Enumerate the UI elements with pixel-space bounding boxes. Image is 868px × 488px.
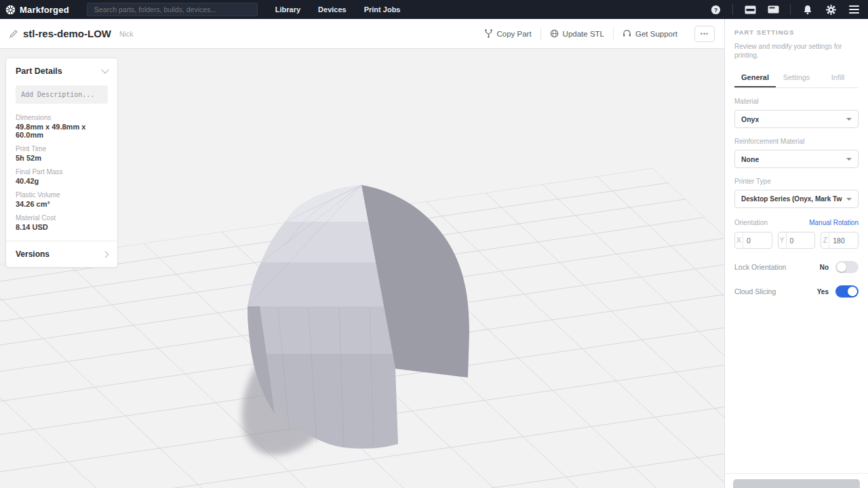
caret-down-icon <box>846 118 852 121</box>
nav-links: Library Devices Print Jobs <box>275 5 401 14</box>
cloud-slicing-row: Cloud Slicing Yes <box>734 285 859 298</box>
axis-z-value[interactable] <box>829 237 858 245</box>
tab-infill[interactable]: Infill <box>817 68 859 87</box>
search-input[interactable] <box>87 5 257 14</box>
get-support-label: Get Support <box>635 30 677 38</box>
reinforcement-dropdown[interactable]: None <box>734 150 859 168</box>
globe-icon <box>550 29 559 38</box>
versions-row[interactable]: Versions <box>6 241 117 267</box>
help-icon[interactable]: ? <box>709 3 722 16</box>
headset-icon <box>623 29 631 38</box>
cloud-slicing-state: Yes <box>817 288 829 296</box>
markforged-logo-icon <box>5 5 16 15</box>
caret-down-icon <box>846 198 852 201</box>
divider <box>732 4 733 15</box>
material-dropdown[interactable]: Onyx <box>734 110 859 128</box>
part-model <box>218 185 469 476</box>
edit-pencil-icon[interactable] <box>9 30 18 38</box>
printers-icon[interactable] <box>744 3 756 16</box>
bell-icon[interactable] <box>802 3 814 16</box>
detail-final-part-mass: Final Part Mass 40.42g <box>6 165 117 188</box>
detail-print-time: Print Time 5h 52m <box>6 142 117 165</box>
update-stl-button[interactable]: Update STL <box>541 29 613 38</box>
part-settings-panel: PART SETTINGS Review and modify your set… <box>724 19 868 488</box>
lock-orientation-label: Lock Orientation <box>734 263 820 271</box>
more-options-button[interactable]: ••• <box>694 26 715 42</box>
copy-part-label: Copy Part <box>496 30 531 38</box>
nav-link-print-jobs[interactable]: Print Jobs <box>364 5 401 14</box>
part-titlebar: stl-res-demo-LOW Nick Copy Part Update S… <box>0 19 724 49</box>
part-details-header[interactable]: Part Details <box>6 58 117 83</box>
axis-x-value[interactable] <box>743 237 772 245</box>
detail-dimensions: Dimensions 49.8mm x 49.8mm x 60.0mm <box>6 110 117 142</box>
axis-z-input[interactable]: Z <box>821 232 859 249</box>
divider <box>790 4 791 15</box>
cloud-slicing-toggle[interactable] <box>835 285 859 298</box>
nav-link-library[interactable]: Library <box>275 5 300 14</box>
detail-material-cost: Material Cost 8.14 USD <box>6 211 117 234</box>
manual-rotation-link[interactable]: Manual Rotation <box>809 219 859 226</box>
part-title: stl-res-demo-LOW <box>23 28 111 39</box>
settings-tabs: General Settings Infill <box>734 68 859 88</box>
orientation-label: Orientation <box>734 219 768 226</box>
lock-orientation-toggle[interactable] <box>835 261 859 273</box>
cloud-slicing-label: Cloud Slicing <box>734 287 817 296</box>
title-actions: Copy Part Update STL Get Support ••• <box>476 26 724 42</box>
orientation-inputs: X Y Z <box>734 232 859 249</box>
material-label: Material <box>734 98 859 105</box>
update-stl-label: Update STL <box>563 30 604 38</box>
copy-part-button[interactable]: Copy Part <box>476 29 540 38</box>
gear-icon[interactable] <box>825 3 837 16</box>
axis-y-input[interactable]: Y <box>778 232 816 249</box>
lock-orientation-row: Lock Orientation No <box>734 261 859 273</box>
axis-y-value[interactable] <box>787 237 815 245</box>
nav-link-devices[interactable]: Devices <box>318 5 347 14</box>
chevron-down-icon <box>101 66 108 73</box>
part-owner: Nick <box>119 30 133 38</box>
panel-subtitle: Review and modify your settings for prin… <box>734 42 859 60</box>
tab-general[interactable]: General <box>734 68 776 87</box>
panel-title: PART SETTINGS <box>734 28 859 36</box>
part-details-title: Part Details <box>16 66 62 76</box>
brand[interactable]: Markforged <box>0 5 69 15</box>
get-support-button[interactable]: Get Support <box>614 29 686 38</box>
fork-icon <box>485 29 492 38</box>
detail-plastic-volume: Plastic Volume 34.26 cm³ <box>6 188 117 211</box>
printer-type-label: Printer Type <box>734 178 859 185</box>
reinforcement-label: Reinforcement Material <box>734 138 859 145</box>
3d-viewport[interactable]: Part Details Add Description... Dimensio… <box>0 49 724 488</box>
caret-down-icon <box>846 158 852 161</box>
description-field[interactable]: Add Description... <box>16 85 108 104</box>
print-queue-icon[interactable] <box>767 3 779 16</box>
print-action-button[interactable] <box>733 479 860 488</box>
part-details-card: Part Details Add Description... Dimensio… <box>5 58 118 268</box>
top-navbar: Markforged Library Devices Print Jobs ? <box>0 0 868 19</box>
svg-text:?: ? <box>713 6 717 13</box>
printer-type-dropdown[interactable]: Desktop Series (Onyx, Mark Two) <box>734 190 859 208</box>
chevron-right-icon <box>102 251 109 258</box>
navbar-right: ? <box>709 3 868 16</box>
panel-bottom <box>725 473 868 488</box>
menu-icon[interactable] <box>848 3 860 16</box>
global-search[interactable] <box>87 3 258 16</box>
tab-settings[interactable]: Settings <box>776 68 817 87</box>
lock-orientation-state: No <box>820 264 829 271</box>
brand-name: Markforged <box>20 5 69 15</box>
axis-x-input[interactable]: X <box>734 232 772 249</box>
